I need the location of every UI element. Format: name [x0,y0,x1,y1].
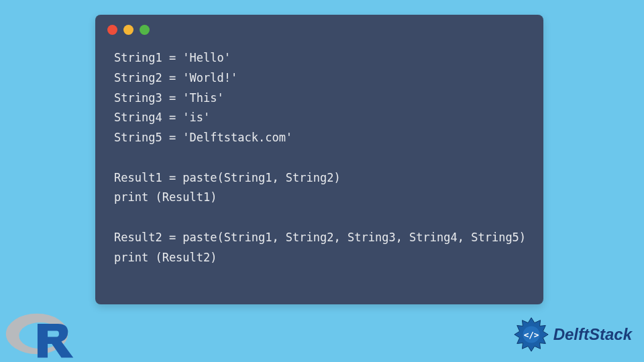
code-content: String1 = 'Hello' String2 = 'World!' Str… [95,40,543,281]
close-icon[interactable] [107,25,117,35]
delftstack-label: DelftStack [553,325,632,344]
window-controls [95,15,543,40]
delftstack-logo: </> DelftStack [512,315,632,354]
delftstack-badge-icon: </> [512,315,551,354]
minimize-icon[interactable] [123,25,133,35]
maximize-icon[interactable] [140,25,150,35]
svg-text:</>: </> [523,330,539,340]
r-logo-icon [1,307,78,361]
code-window: String1 = 'Hello' String2 = 'World!' Str… [95,15,543,304]
